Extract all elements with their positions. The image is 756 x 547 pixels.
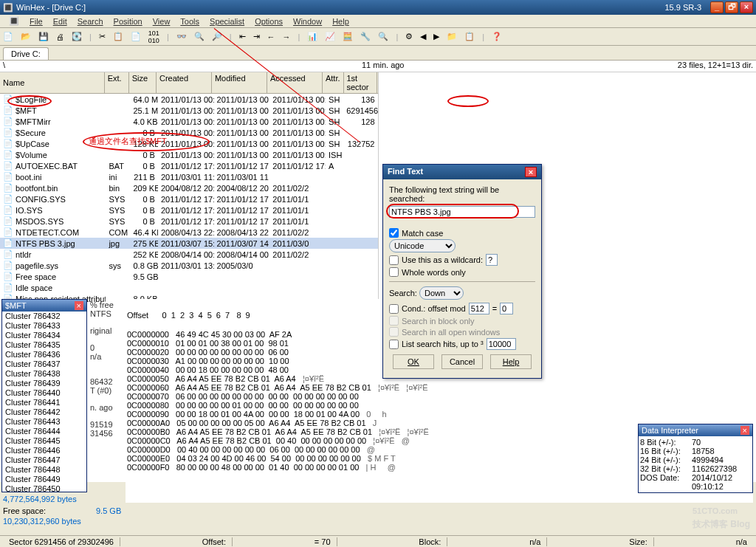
print-icon[interactable]: 🖨: [56, 32, 64, 41]
cluster-item[interactable]: Cluster 786435: [2, 340, 86, 350]
cluster-item[interactable]: Cluster 786433: [2, 321, 86, 331]
find-icon[interactable]: 👓: [176, 32, 187, 41]
open-icon[interactable]: 📂: [21, 32, 31, 41]
whole-words-checkbox[interactable]: Whole words only: [389, 267, 535, 277]
cluster-item[interactable]: Cluster 786443: [2, 417, 86, 427]
folder-icon[interactable]: 📁: [447, 32, 457, 41]
block-only-checkbox[interactable]: Search in block only: [389, 316, 535, 326]
menu-tools[interactable]: Tools: [176, 16, 204, 27]
help-button[interactable]: Help: [490, 354, 532, 369]
cluster-item[interactable]: Cluster 786450: [2, 484, 86, 492]
fwd-icon[interactable]: →: [283, 32, 291, 41]
restore-button[interactable]: 🗗: [725, 1, 738, 13]
di-close-icon[interactable]: ×: [740, 426, 749, 435]
cluster-item[interactable]: Cluster 786445: [2, 436, 86, 446]
all-windows-checkbox[interactable]: Search in all open windows: [389, 327, 535, 337]
list-hits-input[interactable]: [487, 338, 516, 350]
file-row[interactable]: 📄$LogFile64.0 MB2011/01/13 00:5...2011/0…: [0, 94, 378, 105]
col-ext[interactable]: Ext.: [105, 72, 129, 93]
file-row[interactable]: 📄CONFIG.SYSSYS0 B2011/01/12 17:1...2011/…: [0, 193, 378, 204]
file-row[interactable]: 📄pagefile.syssys0.8 GB2011/03/01 13:5...…: [0, 260, 378, 271]
col-attr[interactable]: Attr.: [323, 72, 344, 93]
copy-icon[interactable]: 📋: [113, 32, 123, 41]
cluster-item[interactable]: Cluster 786436: [2, 350, 86, 359]
menu-edit[interactable]: Edit: [49, 16, 72, 27]
col-name[interactable]: Name: [0, 72, 105, 93]
file-row[interactable]: 📄$Volume0 B2011/01/13 00:5...2011/01/13 …: [0, 149, 378, 160]
file-row[interactable]: 📄ntldr252 KB2008/04/14 00:0...2008/04/14…: [0, 249, 378, 260]
search-icon[interactable]: 🔍: [378, 32, 388, 41]
tools-icon[interactable]: 🔧: [360, 32, 371, 41]
cluster-item[interactable]: Cluster 786438: [2, 369, 86, 379]
tab-drive[interactable]: Drive C:: [3, 47, 49, 60]
menu-specialist[interactable]: Specialist: [205, 16, 249, 27]
match-case-checkbox[interactable]: Match case: [389, 228, 535, 238]
file-row[interactable]: 📄$MFTMirr4.0 KB2011/01/13 00:5...2011/01…: [0, 116, 378, 127]
cluster-item[interactable]: Cluster 786434: [2, 331, 86, 340]
file-row[interactable]: 📄boot.iniini211 B2011/03/01 11:5...2011/…: [0, 171, 378, 182]
minimize-button[interactable]: _: [710, 1, 724, 13]
menu-search[interactable]: Search: [73, 16, 108, 27]
file-row[interactable]: 📄NTDETECT.COMCOM46.4 KB2008/04/13 22:1..…: [0, 227, 378, 238]
col-created[interactable]: Created: [157, 72, 212, 93]
prev-icon[interactable]: ◀: [420, 32, 426, 41]
menu-help[interactable]: Help: [328, 16, 354, 27]
mft-close-icon[interactable]: ×: [75, 301, 83, 310]
hex-row[interactable]: 0C0000070 06 00 00 00 00 00 00 00 00 00 …: [127, 392, 752, 401]
cluster-item[interactable]: Cluster 786441: [2, 398, 86, 407]
wildcard-checkbox[interactable]: Use this as a wildcard:: [389, 254, 535, 266]
col-modified[interactable]: Modified: [212, 72, 267, 93]
paste-icon[interactable]: 📄: [131, 32, 141, 41]
cut-icon[interactable]: ✂: [99, 32, 106, 41]
file-row[interactable]: 📄AUTOEXEC.BATBAT0 B2011/01/12 17:1...201…: [0, 160, 378, 171]
cluster-item[interactable]: Cluster 786447: [2, 455, 86, 465]
report-icon[interactable]: 📋: [464, 32, 475, 41]
search-direction-select[interactable]: Down: [419, 286, 464, 300]
cluster-item[interactable]: Cluster 786448: [2, 465, 86, 475]
help-icon[interactable]: ❓: [492, 32, 502, 41]
menu-position[interactable]: Position: [109, 16, 147, 27]
cluster-item[interactable]: Cluster 786444: [2, 427, 86, 436]
find-hex-icon[interactable]: 🔍: [194, 32, 205, 41]
menu-window[interactable]: Window: [289, 16, 326, 27]
wildcard-char-input[interactable]: [486, 254, 498, 266]
back-icon[interactable]: ←: [267, 32, 275, 41]
options-icon[interactable]: ⚙: [405, 32, 413, 41]
close-button[interactable]: ×: [740, 1, 753, 13]
binary-icon[interactable]: 101010: [148, 30, 159, 44]
file-row[interactable]: 📄Free space9.5 GB: [0, 271, 378, 282]
file-row[interactable]: 📄Idle space: [0, 282, 378, 293]
cluster-item[interactable]: Cluster 786432: [2, 312, 86, 321]
file-row[interactable]: 📄IO.SYSSYS0 B2011/01/12 17:1...2011/01/1…: [0, 204, 378, 216]
encoding-select[interactable]: Unicode: [389, 239, 456, 252]
menu-options[interactable]: Options: [250, 16, 287, 27]
next-icon[interactable]: ▶: [433, 32, 439, 41]
hex-row[interactable]: 0C0000090 00 00 18 00 01 00 4A 00 00 00 …: [127, 410, 752, 419]
cluster-item[interactable]: Cluster 786440: [2, 388, 86, 398]
cond-mod-input[interactable]: [469, 303, 489, 314]
cluster-item[interactable]: Cluster 786449: [2, 475, 86, 484]
list-hits-checkbox[interactable]: List search hits, up to ³: [389, 338, 535, 350]
hex-row[interactable]: 0C0000080 00 00 00 00 00 01 00 00 00 00 …: [127, 401, 752, 410]
analyze-icon[interactable]: 📈: [325, 32, 335, 41]
save-icon[interactable]: 💾: [38, 32, 49, 41]
new-icon[interactable]: 📄: [3, 32, 13, 41]
cond-checkbox[interactable]: Cond.: offset mod =: [389, 303, 535, 314]
col-size[interactable]: Size: [129, 72, 157, 93]
disk-icon[interactable]: 💽: [72, 32, 82, 41]
file-row[interactable]: 📄bootfont.binbin209 KB2004/08/12 20:1...…: [0, 182, 378, 193]
hex-row[interactable]: 0C0000060 A6 A4 A5 EE 78 B2 CB 01 A6 A4 …: [127, 383, 752, 392]
goto-first-icon[interactable]: ⇤: [239, 32, 246, 41]
cluster-item[interactable]: Cluster 786439: [2, 379, 86, 388]
ram-icon[interactable]: 📊: [307, 32, 317, 41]
file-row[interactable]: 📄$MFT25.1 MB2011/01/13 00:5...2011/01/13…: [0, 105, 378, 116]
calc-icon[interactable]: 🧮: [343, 32, 353, 41]
ok-button[interactable]: OK: [393, 354, 434, 369]
cancel-button[interactable]: Cancel: [441, 354, 483, 369]
menu-view[interactable]: View: [148, 16, 175, 27]
file-row[interactable]: 📄MSDOS.SYSSYS0 B2011/01/12 17:1...2011/0…: [0, 216, 378, 227]
cluster-item[interactable]: Cluster 786437: [2, 359, 86, 369]
col-sector[interactable]: 1st sector: [344, 72, 378, 93]
file-row[interactable]: 📄NTFS PBS 3.jpgjpg275 KB2011/03/07 15:0.…: [0, 238, 378, 249]
menu-file[interactable]: File: [25, 16, 47, 27]
